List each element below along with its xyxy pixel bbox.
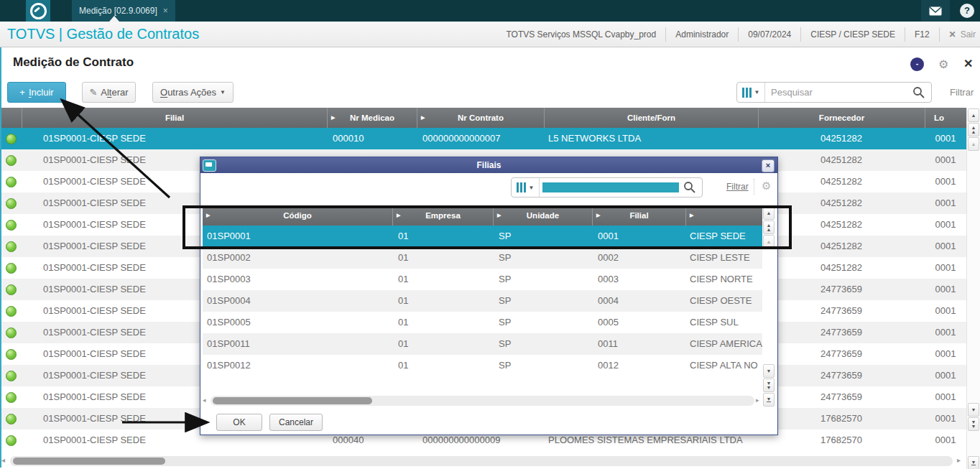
page-up-icon[interactable]: ▲▲ [968,123,979,136]
cancel-button[interactable]: Cancelar [269,414,323,431]
col-header-filial[interactable]: Filial [22,108,327,128]
cell-fornecedor: 04251282 [758,149,925,171]
scroll-top-icon[interactable]: ▲ [763,235,775,249]
cell-fornecedor: 04251282 [758,257,925,279]
table-row[interactable]: 01SP0001-CIESP SEDE 000010 0000000000000… [0,128,966,149]
hscroll-thumb[interactable] [213,397,372,404]
cell-empresa: 01 [392,290,493,312]
col-header-nome[interactable]: ▶ [685,205,762,226]
date-label[interactable]: 09/07/2024 [748,29,791,40]
column-filter-dropdown[interactable]: ▼ [737,83,765,102]
scroll-up-icon[interactable]: ▲ [763,206,775,220]
horizontal-scrollbar[interactable]: ◂ ▸ [0,454,966,468]
col-header-nr-contrato[interactable]: ▶ Nr Contrato [417,108,544,128]
cell-fornecedor: 24773659 [758,343,925,365]
hscroll-thumb[interactable] [13,458,165,465]
search-icon[interactable] [683,181,696,194]
tab-medicao[interactable]: Medição [02.9.0069] × [72,0,175,22]
cell-filial: 0001 [592,226,685,247]
col-header-fornecedor[interactable]: Fornecedor [758,108,925,128]
help-icon[interactable]: ? [960,4,974,18]
dialog-table-row[interactable]: 01SP0011 01 SP 0011 CIESP AMERICA [203,333,762,355]
row-status-cell [0,171,22,192]
scroll-down-icon[interactable]: ▼ [763,364,775,378]
page-down-icon[interactable]: ▼▼ [968,417,979,431]
settings-gear-icon[interactable]: ⚙ [938,57,948,71]
sort-arrow-icon: ▶ [596,205,600,226]
col-header-status[interactable] [0,108,22,128]
cell-empresa: 01 [392,269,493,290]
dialog-close-icon[interactable]: × [762,159,775,172]
dialog-table-row[interactable]: 01SP0002 01 SP 0002 CIESP LESTE [203,247,762,269]
vertical-scrollbar[interactable]: ▲ ▲▲ ▲ ▼ ▼▼ ▼ [966,108,980,469]
hscroll-track[interactable] [10,456,953,466]
logout-button[interactable]: ✕ Sair [949,29,976,40]
dialog-titlebar[interactable]: Filiais × [200,157,777,173]
branch-label[interactable]: CIESP / CIESP SEDE [810,29,895,40]
dialog-table-row[interactable]: 01SP0005 01 SP 0005 CIESP SUL [203,312,762,333]
page-up-icon[interactable]: ▲▲ [763,220,775,234]
page-down-icon[interactable]: ▼▼ [763,379,775,392]
plus-icon: + [19,87,25,98]
dialog-gear-icon[interactable]: ⚙ [762,180,771,192]
cell-fornecedor: 24773659 [758,365,925,386]
status-green-icon [6,198,17,209]
scroll-last-icon[interactable]: ▼ [968,456,979,469]
scroll-last-icon[interactable]: ▼ [763,393,775,407]
col-header-nr-medicao[interactable]: ▶ Nr Medicao [327,108,417,128]
scroll-top-icon[interactable]: ▲ [968,137,979,151]
dialog-filtrar-link[interactable]: Filtrar [726,182,749,192]
incluir-button[interactable]: + Incluir [7,82,66,103]
dialog-table-row[interactable]: 01SP0004 01 SP 0004 CIESP OESTE [203,290,762,312]
cell-filial: 0005 [592,312,685,333]
search-icon[interactable] [912,86,925,99]
mail-button[interactable] [921,0,950,22]
col-header-loja[interactable]: Lo [925,108,966,128]
filtrar-label[interactable]: Filtrar [950,87,974,98]
status-green-icon [6,134,17,144]
scroll-right-icon[interactable]: ▸ [957,456,961,464]
cell-empresa: 01 [392,333,493,355]
dialog-table-row[interactable]: 01SP0012 01 SP 0012 CIESP ALTA NO [203,355,762,376]
cell-loja: 0001 [925,343,966,365]
scroll-up-icon[interactable]: ▲ [968,108,979,122]
scroll-down-icon[interactable]: ▼ [968,403,979,417]
columns-icon [742,88,752,98]
user-label[interactable]: Administrador [675,29,729,40]
row-status-cell [0,279,22,300]
cell-loja: 0001 [925,322,966,343]
dialog-table-row[interactable]: 01SP0001 01 SP 0001 CIESP SEDE [203,226,762,247]
scroll-bottom-buttons: ▼ ▼▼ [967,402,979,431]
row-status-cell [0,300,22,322]
status-green-icon [6,284,17,295]
dialog-search-selection[interactable] [542,182,679,192]
scroll-left-icon[interactable]: ◂ [1,456,5,464]
col-header-filial[interactable]: ▶ Filial [592,205,685,226]
search-input[interactable] [765,87,912,98]
outras-acoes-button[interactable]: Outras Ações ▼ [152,82,234,103]
page-close-icon[interactable]: ✕ [963,57,973,70]
alterar-button[interactable]: ✎ Alterar [82,82,136,103]
f12-label[interactable]: F12 [915,29,930,40]
info-circle-icon[interactable]: - [910,57,924,71]
totvs-logo[interactable] [26,0,50,22]
cell-codigo: 01SP0002 [203,247,392,269]
cell-nome: CIESP LESTE [685,247,762,269]
status-green-icon [6,371,17,381]
ok-button[interactable]: OK [216,414,262,431]
col-header-unidade[interactable]: ▶ Unidade [493,205,592,226]
top-bar: Medição [02.9.0069] × ? [0,0,980,22]
hscroll-track[interactable] [211,396,754,406]
cell-codigo: 01SP0003 [203,269,392,290]
dialog-table-row[interactable]: 01SP0003 01 SP 0003 CIESP NORTE [203,269,762,290]
logout-label: Sair [961,29,976,40]
divider [665,27,666,42]
col-header-cliente-forn[interactable]: Cliente/Forn [544,108,758,128]
scroll-right-icon[interactable]: ▸ [756,396,759,404]
dialog-column-filter-dropdown[interactable]: ▼ [512,178,540,197]
dialog-horizontal-scrollbar[interactable]: ◂ ▸ [203,395,762,407]
col-header-empresa[interactable]: ▶ Empresa [392,205,493,226]
col-header-codigo[interactable]: ▶ Código [203,205,392,226]
tab-close-icon[interactable]: × [163,6,168,16]
scroll-left-icon[interactable]: ◂ [203,396,206,404]
